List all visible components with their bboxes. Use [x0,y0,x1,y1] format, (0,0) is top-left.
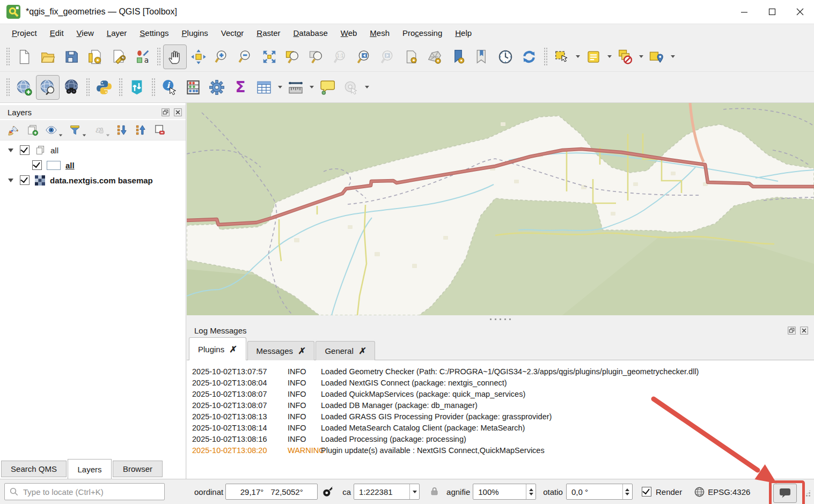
crs-value[interactable]: EPSG:4326 [708,487,750,496]
menu-edit[interactable]: Edit [43,26,70,40]
measure-line-button[interactable] [284,75,307,100]
zoom-to-layer-button[interactable] [305,45,328,69]
log-messages-button[interactable] [773,484,797,503]
menu-mesh[interactable]: Mesh [363,26,396,40]
layer-tree-row-basemap[interactable]: data.nextgis.com basemap [0,173,186,188]
tab-browser[interactable]: Browser [113,461,163,477]
menu-settings[interactable]: Settings [133,26,175,40]
map-canvas[interactable] [187,103,814,315]
locator-box[interactable] [4,483,165,500]
add-qms-basemap-button[interactable] [12,75,36,100]
toolbar-grip[interactable] [157,47,160,66]
tab-search-qms[interactable]: Search QMS [1,461,67,477]
new-3d-map-view-button[interactable] [423,45,446,69]
spin-buttons[interactable] [622,484,632,499]
filter-legend-dropdown[interactable] [82,124,87,137]
map-themes-dropdown[interactable] [58,124,64,137]
select-features-dropdown[interactable] [574,45,582,69]
tab-messages[interactable]: Messages✗ [247,341,315,360]
layer-checkbox[interactable] [20,145,30,155]
project-properties-button[interactable] [107,45,130,69]
render-checkbox[interactable] [642,487,651,496]
search-qms-button[interactable] [36,75,60,100]
toolbar-grip[interactable] [119,78,122,97]
layer-label[interactable]: data.nextgis.com basemap [50,176,153,185]
float-panel-icon[interactable] [787,326,796,335]
select-features-button[interactable] [550,45,574,69]
menu-processing[interactable]: Processing [396,26,449,40]
new-spatial-bookmark-button[interactable] [446,45,470,69]
menu-plugins[interactable]: Plugins [175,26,215,40]
remove-layer-button[interactable] [151,122,167,138]
open-attribute-table-button[interactable] [252,75,276,100]
measure-dropdown[interactable] [307,76,316,99]
coordinate-input[interactable]: 29,17° 72,5052° [225,484,318,500]
python-console-button[interactable] [92,75,116,100]
maximize-button[interactable] [758,0,786,24]
menu-vector[interactable]: Vector [215,26,251,40]
tab-close-icon[interactable]: ✗ [358,346,366,356]
layout-manager-button[interactable] [83,45,107,69]
layer-label[interactable]: all [65,161,75,170]
float-panel-icon[interactable] [161,108,170,117]
show-spatial-bookmarks-button[interactable] [470,45,494,69]
filter-expression-dropdown[interactable] [106,124,111,137]
statistical-summary-button[interactable] [181,75,205,100]
pan-to-selection-button[interactable] [187,45,210,69]
select-by-value-dropdown[interactable] [605,45,613,69]
toolbar-grip[interactable] [6,47,10,66]
expander-icon[interactable] [8,179,13,182]
layer-tree-row-group-all[interactable]: all [0,143,186,158]
zoom-in-button[interactable] [210,45,234,69]
menu-view[interactable]: View [70,26,100,40]
zoom-next-button[interactable] [376,45,399,69]
magnifier-spinbox[interactable]: 100% [473,484,536,500]
deselect-features-button[interactable] [613,45,637,69]
menu-database[interactable]: Database [287,26,334,40]
style-manager-button[interactable]: a [130,45,154,69]
select-features-by-value-button[interactable] [582,45,605,69]
save-project-button[interactable] [60,45,83,69]
open-layer-styling-button[interactable] [5,122,21,138]
run-feature-action-button[interactable] [339,75,363,100]
collapse-all-button[interactable] [133,122,149,138]
zoom-to-selection-button[interactable] [281,45,305,69]
menu-help[interactable]: Help [449,26,478,40]
zoom-last-button[interactable] [352,45,376,69]
map-tips-button[interactable] [316,75,339,100]
processing-toolbox-button[interactable] [205,75,229,100]
spin-buttons[interactable] [526,484,536,499]
menu-web[interactable]: Web [334,26,364,40]
pan-map-button[interactable] [163,45,187,69]
extents-toggle-icon[interactable] [321,485,335,499]
expander-icon[interactable] [8,149,13,152]
nextgis-connect-button[interactable] [125,75,149,100]
minimize-button[interactable] [730,0,758,24]
deselect-dropdown[interactable] [637,45,645,69]
tab-close-icon[interactable]: ✗ [298,346,306,356]
close-panel-icon[interactable] [800,326,809,335]
layer-tree-row-vector-all[interactable]: all [0,158,186,173]
close-button[interactable] [786,0,814,24]
attribute-table-dropdown[interactable] [276,76,284,99]
log-content[interactable]: 2025-10-02T13:07:57INFOLoaded Geometry C… [187,360,814,479]
tab-plugins[interactable]: Plugins✗ [189,337,246,360]
rotation-spinbox[interactable]: 0,0 ° [566,484,633,500]
toolbar-grip[interactable] [86,78,90,97]
select-by-location-dropdown[interactable] [669,45,677,69]
manage-map-themes-button[interactable] [43,122,59,138]
zoom-out-button[interactable] [234,45,258,69]
filter-by-expression-button[interactable]: ε [90,122,106,138]
toolbar-grip[interactable] [151,78,155,97]
open-project-button[interactable] [36,45,60,69]
toolbar-grip[interactable] [544,47,547,66]
refresh-button[interactable] [517,45,541,69]
tab-close-icon[interactable]: ✗ [229,344,238,354]
menu-raster[interactable]: Raster [250,26,287,40]
select-by-location-button[interactable] [645,45,669,69]
layer-label[interactable]: all [50,146,58,155]
identify-features-button[interactable]: i [158,75,181,100]
filter-legend-button[interactable] [67,122,83,138]
temporal-controller-button[interactable] [494,45,517,69]
toolbar-grip[interactable] [6,78,10,97]
